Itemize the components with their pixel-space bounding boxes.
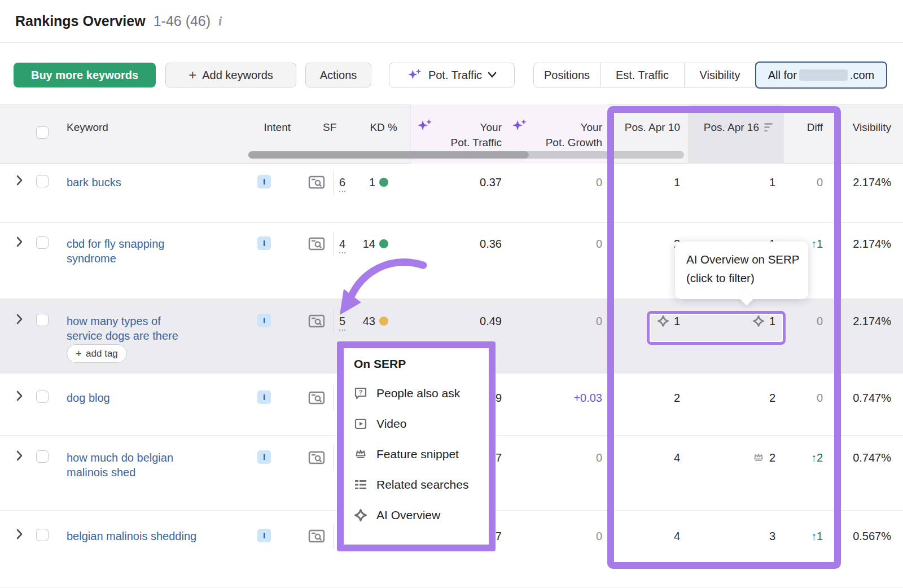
sf-count[interactable]: 6 xyxy=(339,175,345,192)
kd-level-dot-icon xyxy=(379,239,388,248)
serp-feature-item: ? People also ask xyxy=(354,385,479,401)
row-checkbox[interactable] xyxy=(36,236,49,249)
domain-suffix-label: .com xyxy=(850,69,874,82)
ai-overview-icon xyxy=(354,508,367,522)
row-checkbox[interactable] xyxy=(36,390,49,403)
actions-button[interactable]: Actions xyxy=(305,63,371,87)
add-keywords-button[interactable]: + Add keywords xyxy=(165,63,296,87)
keyword-link[interactable]: belgian malinois shedding xyxy=(67,529,236,543)
pos-apr16-value: 1 xyxy=(752,314,775,328)
serp-features-icon[interactable] xyxy=(308,529,325,543)
intent-badge[interactable]: I xyxy=(257,175,271,188)
column-header-kd[interactable]: KD % xyxy=(370,120,397,135)
visibility-value: 0.567% xyxy=(853,529,891,543)
cell-divider xyxy=(334,524,334,548)
expand-chevron-icon[interactable] xyxy=(16,314,23,324)
sort-descending-icon xyxy=(764,122,775,132)
tab-est-traffic[interactable]: Est. Traffic xyxy=(600,63,685,87)
tooltip-line1: AI Overview on SERP xyxy=(686,250,797,269)
expand-chevron-icon[interactable] xyxy=(16,236,23,247)
tooltip-line2: (click to filter) xyxy=(686,269,797,287)
add-tag-button[interactable]: + add tag xyxy=(67,344,127,363)
expand-chevron-icon[interactable] xyxy=(16,529,23,539)
select-all-checkbox[interactable] xyxy=(36,126,49,139)
column-header-keyword[interactable]: Keyword xyxy=(67,120,108,135)
diff-value: 0 xyxy=(817,390,823,405)
row-checkbox[interactable] xyxy=(36,450,49,463)
sf-count[interactable]: 4 xyxy=(339,236,345,253)
expand-chevron-icon[interactable] xyxy=(16,450,23,461)
serp-feature-label: Video xyxy=(376,417,406,431)
pot-growth-value: 0 xyxy=(596,450,602,465)
serp-features-icon[interactable] xyxy=(308,314,325,328)
pos-value: 2 xyxy=(769,450,775,465)
column-header-pot-traffic[interactable]: Your Pot. Traffic xyxy=(451,120,502,150)
pos-apr10-value: 4 xyxy=(674,450,680,465)
kd-value: 43 xyxy=(363,314,375,328)
kd-cell: 14 xyxy=(363,236,388,251)
actions-label: Actions xyxy=(320,69,357,82)
chevron-down-icon xyxy=(488,72,497,78)
pos-apr10-value: 2 xyxy=(674,390,680,405)
tab-all-for-domain[interactable]: All for .com xyxy=(755,62,887,89)
pos-apr16-label: Pos. Apr 16 xyxy=(704,120,759,135)
add-keywords-label: Add keywords xyxy=(202,69,273,82)
column-header-visibility[interactable]: Visibility xyxy=(853,120,891,135)
pot-traffic-value: 0.37 xyxy=(480,175,502,190)
serp-features-icon[interactable] xyxy=(308,450,325,465)
pos-apr10-value: 1 xyxy=(657,314,680,328)
column-header-sf[interactable]: SF xyxy=(323,120,336,135)
keyword-link[interactable]: cbd for fly snapping syndrome xyxy=(67,236,196,266)
row-checkbox[interactable] xyxy=(36,314,49,326)
page-title: Rankings Overview xyxy=(15,13,146,29)
pos-apr16-value: 2 xyxy=(752,450,775,465)
sf-count[interactable]: 5 xyxy=(339,314,345,331)
on-serp-title: On SERP xyxy=(354,357,479,371)
tab-visibility[interactable]: Visibility xyxy=(684,63,756,87)
visibility-value: 2.174% xyxy=(853,314,891,328)
intent-badge[interactable]: I xyxy=(257,314,271,327)
column-header-intent[interactable]: Intent xyxy=(264,120,291,135)
pot-traffic-line1: Your xyxy=(451,120,502,135)
keyword-link[interactable]: dog blog xyxy=(67,390,236,405)
result-range: 1-46 (46) xyxy=(154,13,211,29)
expand-chevron-icon[interactable] xyxy=(16,175,23,186)
row-checkbox[interactable] xyxy=(36,175,49,187)
serp-features-icon[interactable] xyxy=(308,390,325,405)
visibility-value: 0.747% xyxy=(853,390,891,405)
keyword-link[interactable]: how much do belgian malinois shed xyxy=(67,450,199,480)
column-header-pos-apr10[interactable]: Pos. Apr 10 xyxy=(625,120,680,135)
horizontal-scrollbar-thumb[interactable] xyxy=(248,151,529,159)
sparkles-icon xyxy=(417,119,433,133)
pot-growth-value: 0 xyxy=(596,175,602,190)
serp-features-icon[interactable] xyxy=(308,236,325,251)
serp-features-icon[interactable] xyxy=(308,175,325,190)
intent-badge[interactable]: I xyxy=(257,450,271,464)
sparkles-icon xyxy=(407,68,423,82)
intent-badge[interactable]: I xyxy=(257,390,271,404)
expand-chevron-icon[interactable] xyxy=(16,390,23,401)
pos-apr10-value: 1 xyxy=(674,175,680,190)
column-header-pos-apr16[interactable]: Pos. Apr 16 xyxy=(704,120,775,135)
intent-badge[interactable]: I xyxy=(257,529,271,542)
on-serp-popup: On SERP ? People also ask Video Feature … xyxy=(337,341,496,551)
row-checkbox[interactable] xyxy=(36,529,49,541)
serp-feature-item: AI Overview xyxy=(354,507,479,523)
kd-cell: 43 xyxy=(363,314,388,328)
keyword-link[interactable]: bark bucks xyxy=(67,175,236,190)
metric-dropdown[interactable]: Pot. Traffic xyxy=(389,63,515,87)
visibility-value: 2.174% xyxy=(853,175,891,190)
buy-more-keywords-button[interactable]: Buy more keywords xyxy=(14,63,156,87)
intent-badge[interactable]: I xyxy=(257,236,271,250)
column-header-diff[interactable]: Diff xyxy=(807,120,823,135)
info-icon[interactable]: i xyxy=(218,14,222,29)
column-header-pot-growth[interactable]: Your Pot. Growth xyxy=(546,120,602,150)
sparkles-icon xyxy=(511,119,528,133)
pot-traffic-value: 0.36 xyxy=(480,236,502,251)
tab-est-traffic-label: Est. Traffic xyxy=(616,69,669,82)
related-searches-icon xyxy=(354,478,367,492)
page-header: Rankings Overview 1-46 (46) i xyxy=(0,0,903,43)
redacted-domain xyxy=(799,69,848,81)
keyword-link[interactable]: how many types of service dogs are there xyxy=(67,314,190,343)
tab-positions[interactable]: Positions xyxy=(533,63,600,87)
